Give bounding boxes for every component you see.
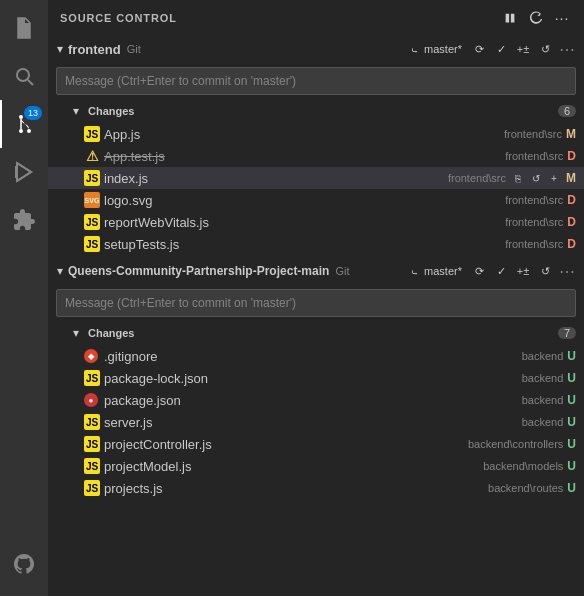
sync-icon-queens[interactable]: ⟳ <box>470 262 488 280</box>
check-icon-queens[interactable]: ✓ <box>492 262 510 280</box>
file-path-reportwebvitals: frontend\src <box>505 216 563 228</box>
file-status-projectmodeljs: U <box>567 459 576 473</box>
activity-bar: 13 <box>0 0 48 596</box>
chevron-icon-queens: ▾ <box>52 263 68 279</box>
file-row-reportwebvitals[interactable]: JS reportWebVitals.js frontend\src D <box>48 211 584 233</box>
repo-more-icon-frontend[interactable]: ⋯ <box>558 40 576 58</box>
file-row-projectmodeljs[interactable]: JS projectModel.js backend\models U <box>48 455 584 477</box>
check-icon-frontend[interactable]: ✓ <box>492 40 510 58</box>
discard-icon-queens[interactable]: ↺ <box>536 262 554 280</box>
header-icons: ··· <box>500 8 572 28</box>
discard-change-icon-indexjs[interactable]: ↺ <box>528 170 544 186</box>
open-file-icon-indexjs[interactable]: ⎘ <box>510 170 526 186</box>
changes-header-queens[interactable]: ▾ Changes 7 <box>48 321 584 345</box>
file-path-appjs: frontend\src <box>504 128 562 140</box>
stage-icon-indexjs[interactable]: + <box>546 170 562 186</box>
split-view-icon[interactable] <box>500 8 520 28</box>
file-row-packagejson[interactable]: ● package.json backend U <box>48 389 584 411</box>
branch-icon-queens <box>409 265 421 277</box>
file-icon-logosvg: SVG <box>84 192 100 208</box>
activity-icon-run[interactable] <box>0 148 48 196</box>
file-name-projectcontrollerjs: projectController.js <box>104 437 464 452</box>
file-row-setuptests[interactable]: JS setupTests.js frontend\src D <box>48 233 584 255</box>
repo-git-label-frontend: Git <box>127 43 141 55</box>
file-row-gitignore[interactable]: ◆ .gitignore backend U <box>48 345 584 367</box>
file-path-projectcontrollerjs: backend\controllers <box>468 438 563 450</box>
svg-rect-0 <box>21 28 27 29</box>
activity-icon-extensions[interactable] <box>0 196 48 244</box>
file-icon-appjs: JS <box>84 126 100 142</box>
changes-count-frontend: 6 <box>558 105 576 117</box>
branch-name-frontend: master* <box>424 43 462 55</box>
repo-header-frontend[interactable]: ▾ frontend Git master* ⟳ ✓ +± ↺ ⋯ <box>48 35 584 63</box>
file-row-appjs[interactable]: JS App.js frontend\src M <box>48 123 584 145</box>
svg-line-3 <box>28 80 33 85</box>
file-status-projectsjs: U <box>567 481 576 495</box>
activity-icon-search[interactable] <box>0 52 48 100</box>
commit-input-queens[interactable] <box>56 289 576 317</box>
commit-input-frontend[interactable] <box>56 67 576 95</box>
file-icon-projectmodeljs: JS <box>84 458 100 474</box>
file-status-apptestjs: D <box>567 149 576 163</box>
file-path-setuptests: frontend\src <box>505 238 563 250</box>
file-path-projectsjs: backend\routes <box>488 482 563 494</box>
file-row-projectsjs[interactable]: JS projects.js backend\routes U <box>48 477 584 499</box>
file-name-projectmodeljs: projectModel.js <box>104 459 479 474</box>
chevron-icon-frontend: ▾ <box>52 41 68 57</box>
branch-badge-queens: master* <box>409 265 462 277</box>
file-status-appjs: M <box>566 127 576 141</box>
file-icon-serverjs: JS <box>84 414 100 430</box>
discard-icon-frontend[interactable]: ↺ <box>536 40 554 58</box>
activity-icon-explorer[interactable] <box>0 4 48 52</box>
file-name-packagelockjson: package-lock.json <box>104 371 518 386</box>
file-row-logosvg[interactable]: SVG logo.svg frontend\src D <box>48 189 584 211</box>
activity-icon-github[interactable] <box>0 540 48 588</box>
file-row-indexjs[interactable]: JS index.js frontend\src ⎘ ↺ + M <box>48 167 584 189</box>
file-name-setuptests: setupTests.js <box>104 237 501 252</box>
file-name-gitignore: .gitignore <box>104 349 518 364</box>
file-row-projectcontrollerjs[interactable]: JS projectController.js backend\controll… <box>48 433 584 455</box>
file-icon-packagelockjson: JS <box>84 370 100 386</box>
file-icon-setuptests: JS <box>84 236 100 252</box>
activity-icon-source-control[interactable]: 13 <box>0 100 48 148</box>
svg-point-2 <box>17 69 29 81</box>
file-row-packagelockjson[interactable]: JS package-lock.json backend U <box>48 367 584 389</box>
branch-badge-frontend: master* <box>409 43 462 55</box>
changes-label-queens: Changes <box>88 327 558 339</box>
file-status-indexjs: M <box>566 171 576 185</box>
stage-all-icon-frontend[interactable]: +± <box>514 40 532 58</box>
file-path-gitignore: backend <box>522 350 564 362</box>
repo-name-frontend: frontend <box>68 42 121 57</box>
source-control-panel: SOURCE CONTROL ··· ▾ frontend Git <box>48 0 584 596</box>
file-path-packagejson: backend <box>522 394 564 406</box>
commit-input-row-frontend <box>48 63 584 99</box>
repo-actions-queens: master* ⟳ ✓ +± ↺ ⋯ <box>409 262 576 280</box>
chevron-changes-icon-frontend: ▾ <box>68 103 84 119</box>
branch-name-queens: master* <box>424 265 462 277</box>
changes-count-queens: 7 <box>558 327 576 339</box>
changes-label-frontend: Changes <box>88 105 558 117</box>
file-status-packagejson: U <box>567 393 576 407</box>
file-name-logosvg: logo.svg <box>104 193 501 208</box>
refresh-icon[interactable] <box>526 8 546 28</box>
panel-header: SOURCE CONTROL ··· <box>48 0 584 35</box>
repo-more-icon-queens[interactable]: ⋯ <box>558 262 576 280</box>
repo-header-queens[interactable]: ▾ Queens-Community-Partnership-Project-m… <box>48 257 584 285</box>
file-status-reportwebvitals: D <box>567 215 576 229</box>
file-row-apptestjs[interactable]: ⚠ App.test.js frontend\src D <box>48 145 584 167</box>
file-icon-gitignore: ◆ <box>84 349 98 363</box>
repo-name-queens: Queens-Community-Partnership-Project-mai… <box>68 264 329 278</box>
file-name-packagejson: package.json <box>104 393 518 408</box>
more-actions-icon[interactable]: ··· <box>552 8 572 28</box>
branch-icon <box>409 43 421 55</box>
file-name-reportwebvitals: reportWebVitals.js <box>104 215 501 230</box>
file-status-logosvg: D <box>567 193 576 207</box>
file-status-serverjs: U <box>567 415 576 429</box>
stage-all-icon-queens[interactable]: +± <box>514 262 532 280</box>
scroll-area: ▾ frontend Git master* ⟳ ✓ +± ↺ ⋯ <box>48 35 584 596</box>
file-icon-reportwebvitals: JS <box>84 214 100 230</box>
sync-icon-frontend[interactable]: ⟳ <box>470 40 488 58</box>
changes-header-frontend[interactable]: ▾ Changes 6 <box>48 99 584 123</box>
commit-input-row-queens <box>48 285 584 321</box>
file-row-serverjs[interactable]: JS server.js backend U <box>48 411 584 433</box>
